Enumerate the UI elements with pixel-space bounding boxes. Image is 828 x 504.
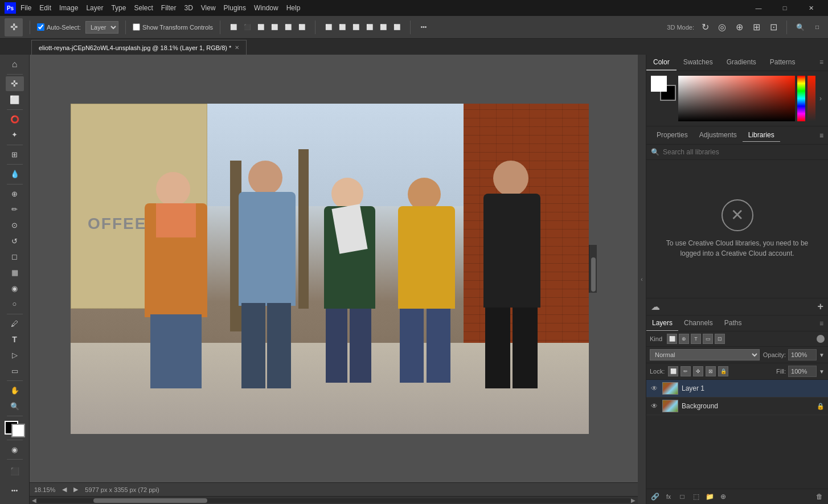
menu-type[interactable]: Type <box>111 4 126 12</box>
opacity-arrow[interactable]: ▼ <box>819 352 825 358</box>
add-library-button[interactable]: + <box>817 301 823 313</box>
history-brush-tool[interactable]: ↺ <box>6 233 24 248</box>
nav-next[interactable]: ▶ <box>73 486 78 493</box>
canvas-scroll-area[interactable]: OFFEE <box>30 55 638 482</box>
eraser-tool[interactable]: ◻ <box>6 249 24 264</box>
new-layer-icon[interactable]: ⊕ <box>718 491 728 502</box>
vscroll-thumb[interactable] <box>591 257 596 292</box>
layer-effects-icon[interactable]: fx <box>663 491 674 502</box>
cloud-upload-icon[interactable]: ☁ <box>651 301 660 312</box>
3d-pan-icon[interactable]: ⊕ <box>733 21 745 34</box>
hscroll-left[interactable]: ◀ <box>32 497 36 503</box>
magic-wand-tool[interactable]: ✦ <box>6 128 24 142</box>
color-panel-menu[interactable]: ≡ <box>815 55 828 71</box>
hscroll-right[interactable]: ▶ <box>631 497 636 503</box>
menu-3d[interactable]: 3D <box>184 4 192 12</box>
canvas-scrollbar-v[interactable] <box>589 245 597 293</box>
menu-select[interactable]: Select <box>134 4 153 12</box>
dist-left[interactable]: ⬜ <box>363 21 376 34</box>
menu-file[interactable]: File <box>21 4 31 12</box>
artboard-tool[interactable]: ⬜ <box>6 92 24 107</box>
close-button[interactable]: ✕ <box>798 0 823 16</box>
3d-roll-icon[interactable]: ◎ <box>716 21 728 34</box>
new-adjustment-icon[interactable]: ⬚ <box>691 491 701 502</box>
lock-pixels[interactable]: ✏ <box>681 366 691 376</box>
minimize-button[interactable]: — <box>746 0 771 16</box>
menu-layer[interactable]: Layer <box>86 4 103 12</box>
background-color[interactable] <box>11 424 25 437</box>
hue-slider[interactable] <box>797 76 805 121</box>
menu-help[interactable]: Help <box>286 4 301 12</box>
align-left[interactable]: ⬜ <box>268 21 281 34</box>
clone-stamp-tool[interactable]: ⊙ <box>6 218 24 233</box>
show-transform-input[interactable] <box>133 23 140 31</box>
filter-adjust[interactable]: ⊕ <box>679 334 689 344</box>
3d-scale-icon[interactable]: ⊡ <box>767 21 780 34</box>
add-mask-icon[interactable]: □ <box>677 491 687 502</box>
document-tab[interactable]: eliott-reyna-jCEpN62oWL4-unsplash.jpg @ … <box>31 40 247 55</box>
tab-adjustments[interactable]: Adjustments <box>694 129 743 142</box>
menu-image[interactable]: Image <box>59 4 78 12</box>
blend-mode-select[interactable]: Normal <box>650 349 760 360</box>
dist-vcenter[interactable]: ⬜ <box>336 21 349 34</box>
crop-tool[interactable]: ⊞ <box>6 147 24 162</box>
move-tool[interactable]: ✜ <box>6 76 24 91</box>
type-tool[interactable]: T <box>6 332 24 347</box>
layer-row-1[interactable]: 👁 Background 🔒 <box>646 398 828 415</box>
menu-view[interactable]: View <box>201 4 216 12</box>
quick-mask-tool[interactable]: ◉ <box>6 442 24 457</box>
3d-slide-icon[interactable]: ⊞ <box>750 21 763 34</box>
alpha-slider[interactable] <box>807 76 815 121</box>
tab-paths[interactable]: Paths <box>719 315 748 331</box>
path-select-tool[interactable]: ▷ <box>6 348 24 363</box>
brush-tool[interactable]: ✏ <box>6 202 24 217</box>
filter-smart[interactable]: ⊡ <box>715 334 725 344</box>
eyedropper-tool[interactable]: 💧 <box>6 167 24 182</box>
delete-layer-icon[interactable]: 🗑 <box>814 491 825 502</box>
zoom-tool[interactable]: 🔍 <box>6 399 24 413</box>
dist-hcenter[interactable]: ⬜ <box>377 21 390 34</box>
layer-filter-toggle[interactable] <box>817 335 825 343</box>
tab-close-button[interactable]: ✕ <box>235 44 239 51</box>
canvas-scrollbar-h[interactable]: ◀ ▶ <box>30 496 638 504</box>
menu-plugins[interactable]: Plugins <box>224 4 246 12</box>
align-right[interactable]: ⬜ <box>296 21 308 34</box>
collapse-handle[interactable]: ‹ <box>638 55 646 504</box>
menu-bar[interactable]: File Edit Image Layer Type Select Filter… <box>21 4 300 12</box>
menu-edit[interactable]: Edit <box>39 4 51 12</box>
fill-arrow[interactable]: ▼ <box>819 368 825 375</box>
menu-window[interactable]: Window <box>254 4 278 12</box>
gradient-tool[interactable]: ▦ <box>6 265 24 280</box>
layer-select[interactable]: Layer <box>85 21 118 34</box>
tab-patterns[interactable]: Patterns <box>763 55 802 71</box>
lock-all[interactable]: 🔒 <box>718 366 728 376</box>
show-transform-checkbox[interactable]: Show Transform Controls <box>133 23 213 31</box>
window-controls[interactable]: — □ ✕ <box>746 0 823 16</box>
tab-properties[interactable]: Properties <box>651 129 694 142</box>
menu-filter[interactable]: Filter <box>161 4 177 12</box>
lasso-tool[interactable]: ⭕ <box>6 112 24 127</box>
blur-tool[interactable]: ◉ <box>6 281 24 296</box>
search-libraries-input[interactable] <box>663 148 823 156</box>
filter-pixel[interactable]: ⬜ <box>667 334 677 344</box>
align-hcenter[interactable]: ⬜ <box>282 21 294 34</box>
search-icon[interactable]: 🔍 <box>794 21 806 34</box>
3d-rotate-icon[interactable]: ↻ <box>699 21 711 34</box>
align-vcenter[interactable]: ⬛ <box>241 21 253 34</box>
tab-swatches[interactable]: Swatches <box>677 55 720 71</box>
opacity-input[interactable] <box>788 349 817 360</box>
dist-right[interactable]: ⬜ <box>391 21 403 34</box>
dodge-tool[interactable]: ○ <box>6 297 24 312</box>
dist-top[interactable]: ⬜ <box>322 21 335 34</box>
expand-color-arrow[interactable]: › <box>818 76 823 121</box>
filter-shape[interactable]: ▭ <box>703 334 713 344</box>
layer-visibility-0[interactable]: 👁 <box>650 384 659 393</box>
tab-layers[interactable]: Layers <box>646 315 678 331</box>
tab-channels[interactable]: Channels <box>678 315 719 331</box>
new-group-icon[interactable]: 📁 <box>704 491 715 502</box>
tab-color[interactable]: Color <box>646 55 677 71</box>
tab-libraries[interactable]: Libraries <box>743 129 780 142</box>
align-bottom[interactable]: ⬜ <box>255 21 267 34</box>
hscroll-thumb[interactable] <box>93 498 207 503</box>
move-tool-options[interactable]: ✜ <box>5 18 23 36</box>
